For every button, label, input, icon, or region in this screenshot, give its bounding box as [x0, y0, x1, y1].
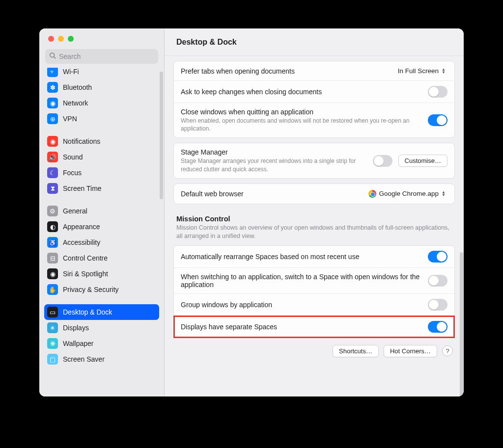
mission-control-desc: Mission Control shows an overview of you… — [176, 224, 452, 240]
sidebar-item-vpn[interactable]: ⊕VPN — [44, 111, 159, 127]
switch-space-label: When switching to an application, switch… — [181, 273, 422, 289]
close-windows-sub: When enabled, open documents and windows… — [181, 117, 422, 132]
auto-rearrange-toggle[interactable] — [428, 251, 447, 263]
sidebar-item-siri[interactable]: ◉Siri & Spotlight — [44, 266, 159, 282]
search-field[interactable] — [45, 49, 158, 64]
main-scrollbar[interactable] — [460, 252, 463, 396]
default-browser-select[interactable]: Google Chrome.app ▲▼ — [366, 189, 448, 199]
sidebar-item-label: Displays — [63, 324, 89, 332]
default-browser-group: Default web browser Google Chrome.app ▲▼ — [173, 184, 455, 204]
sidebar-item-label: Privacy & Security — [63, 286, 119, 293]
shortcuts-button[interactable]: Shortcuts… — [333, 345, 379, 357]
sidebar-item-label: Screen Saver — [63, 355, 105, 363]
ask-keep-toggle[interactable] — [428, 86, 447, 98]
footer-buttons: Shortcuts… Hot Corners… ? — [173, 338, 455, 361]
ask-keep-label: Ask to keep changes when closing documen… — [181, 88, 422, 96]
sidebar-item-label: Control Centre — [63, 254, 108, 262]
controlcentre-icon: ⊟ — [47, 253, 58, 264]
sidebar-item-general[interactable]: ⚙General — [44, 203, 159, 219]
help-button[interactable]: ? — [442, 345, 453, 356]
wifi-icon: ᯤ — [47, 68, 58, 77]
main-panel: Desktop & Dock Prefer tabs when opening … — [165, 28, 464, 396]
separate-spaces-toggle[interactable] — [428, 321, 447, 333]
sidebar: ᯤWi-Fi✽Bluetooth◉Network⊕VPN◉Notificatio… — [39, 28, 165, 396]
bluetooth-icon: ✽ — [47, 82, 58, 93]
documents-group: Prefer tabs when opening documents In Fu… — [173, 61, 455, 138]
sidebar-item-sound[interactable]: 🔊Sound — [44, 149, 159, 165]
sidebar-item-focus[interactable]: ☾Focus — [44, 165, 159, 181]
sidebar-item-label: Appearance — [63, 223, 100, 231]
sidebar-item-controlcentre[interactable]: ⊟Control Centre — [44, 250, 159, 266]
prefer-tabs-value: In Full Screen — [398, 67, 439, 75]
prefer-tabs-label: Prefer tabs when opening documents — [181, 67, 390, 75]
prefer-tabs-select[interactable]: In Full Screen ▲▼ — [396, 66, 447, 76]
stage-manager-group: Stage Manager Stage Manager arranges you… — [173, 143, 455, 178]
stage-manager-customise-button[interactable]: Customise… — [398, 155, 447, 167]
sidebar-item-network[interactable]: ◉Network — [44, 95, 159, 111]
separate-spaces-row: Displays have separate Spaces — [174, 316, 454, 338]
sidebar-item-label: Siri & Spotlight — [63, 270, 108, 278]
stage-manager-toggle[interactable] — [373, 155, 392, 167]
sidebar-item-label: Notifications — [63, 137, 100, 145]
screentime-icon: ⧗ — [47, 183, 58, 194]
auto-rearrange-row: Automatically rearrange Spaces based on … — [174, 246, 454, 268]
sidebar-item-label: VPN — [63, 115, 77, 123]
sidebar-item-notifications[interactable]: ◉Notifications — [44, 133, 159, 149]
sidebar-item-wifi[interactable]: ᯤWi-Fi — [44, 68, 159, 79]
sidebar-item-label: Wi-Fi — [63, 68, 79, 76]
sidebar-item-privacy[interactable]: ✋Privacy & Security — [44, 282, 159, 297]
switch-space-row: When switching to an application, switch… — [174, 268, 454, 294]
group-windows-toggle[interactable] — [428, 299, 447, 311]
displays-icon: ☀ — [47, 322, 58, 333]
sidebar-item-desktopdock[interactable]: ▭Desktop & Dock — [44, 304, 159, 320]
general-icon: ⚙ — [47, 206, 58, 216]
siri-icon: ◉ — [47, 268, 58, 279]
sidebar-item-label: Sound — [63, 153, 83, 161]
close-windows-toggle[interactable] — [428, 114, 447, 126]
zoom-window-button[interactable] — [68, 36, 74, 42]
accessibility-icon: ♿ — [47, 237, 58, 248]
sidebar-scrollbar[interactable] — [160, 72, 163, 199]
privacy-icon: ✋ — [47, 284, 58, 295]
group-windows-label: Group windows by application — [181, 301, 422, 309]
chrome-icon — [368, 190, 376, 198]
minimize-window-button[interactable] — [58, 36, 64, 42]
main-scroll[interactable]: Prefer tabs when opening documents In Fu… — [165, 56, 464, 396]
mission-control-title: Mission Control — [176, 215, 452, 223]
group-windows-row: Group windows by application — [174, 294, 454, 316]
stage-manager-row: Stage Manager Stage Manager arranges you… — [174, 143, 454, 178]
close-windows-label: Close windows when quitting an applicati… — [181, 108, 422, 116]
screensaver-icon: ▢ — [47, 354, 58, 365]
page-title: Desktop & Dock — [165, 28, 464, 56]
sidebar-scroll[interactable]: ᯤWi-Fi✽Bluetooth◉Network⊕VPN◉Notificatio… — [39, 68, 164, 396]
stage-manager-sub: Stage Manager arranges your recent windo… — [181, 157, 367, 173]
wallpaper-icon: ❋ — [47, 338, 58, 349]
close-window-button[interactable] — [48, 36, 54, 42]
sidebar-item-label: Bluetooth — [63, 83, 92, 91]
appearance-icon: ◐ — [47, 221, 58, 232]
mission-control-heading: Mission Control Mission Control shows an… — [173, 204, 455, 240]
search-icon — [49, 52, 56, 61]
sound-icon: 🔊 — [47, 152, 58, 162]
sidebar-item-label: General — [63, 207, 87, 215]
search-input[interactable] — [59, 53, 154, 60]
sidebar-item-bluetooth[interactable]: ✽Bluetooth — [44, 79, 159, 95]
hot-corners-button[interactable]: Hot Corners… — [384, 345, 437, 357]
default-browser-row: Default web browser Google Chrome.app ▲▼ — [174, 184, 454, 204]
focus-icon: ☾ — [47, 167, 58, 178]
separate-spaces-label: Displays have separate Spaces — [181, 323, 422, 331]
sidebar-item-screensaver[interactable]: ▢Screen Saver — [44, 351, 159, 367]
sidebar-item-screentime[interactable]: ⧗Screen Time — [44, 181, 159, 196]
switch-space-toggle[interactable] — [428, 275, 447, 287]
default-browser-label: Default web browser — [181, 190, 361, 198]
sidebar-item-wallpaper[interactable]: ❋Wallpaper — [44, 336, 159, 351]
mission-control-group: Automatically rearrange Spaces based on … — [173, 245, 455, 338]
svg-point-0 — [50, 53, 55, 57]
stage-manager-label: Stage Manager — [181, 148, 367, 156]
sidebar-item-appearance[interactable]: ◐Appearance — [44, 219, 159, 235]
sidebar-item-label: Desktop & Dock — [63, 308, 112, 316]
sidebar-item-displays[interactable]: ☀Displays — [44, 320, 159, 336]
sidebar-item-label: Accessibility — [63, 238, 100, 246]
sidebar-item-accessibility[interactable]: ♿Accessibility — [44, 235, 159, 250]
network-icon: ◉ — [47, 98, 58, 108]
